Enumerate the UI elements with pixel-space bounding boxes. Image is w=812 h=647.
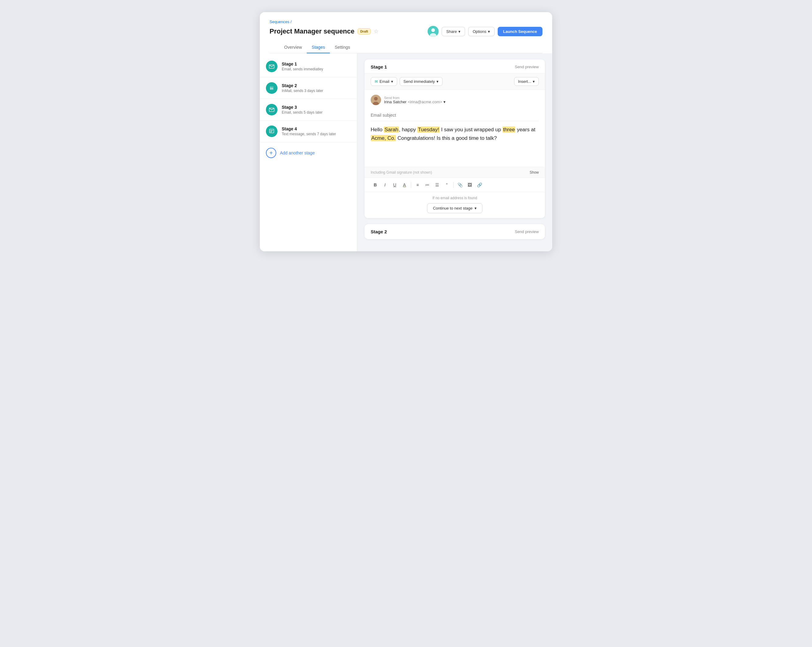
email-icon-stage3 (266, 104, 278, 116)
breadcrumb-link[interactable]: Sequences / (270, 20, 292, 24)
highlight-three: three (502, 127, 516, 133)
signature-label: Including Gmail signature (not shown) (371, 170, 432, 174)
chevron-down-icon: ▾ (533, 79, 535, 84)
sidebar-item-stage3[interactable]: Stage 3 Email, sends 5 days later (260, 99, 357, 121)
stage2-name: Stage 2 (282, 83, 323, 88)
avatar (427, 26, 439, 37)
add-stage-label: Add another stage (280, 151, 314, 156)
email-type-button[interactable]: ✉ Email ▾ (371, 77, 397, 86)
star-icon[interactable]: ☆ (374, 28, 379, 35)
stage3-desc: Email, sends 5 days later (282, 110, 322, 114)
title-left: Project Manager sequence Draft ☆ (270, 27, 379, 35)
email-form: Send from Irina Satcher <irina@acme.com>… (365, 90, 545, 167)
svg-text:in: in (270, 86, 273, 90)
stage2-send-preview[interactable]: Send preview (515, 229, 539, 234)
launch-sequence-button[interactable]: Launch Sequence (498, 27, 542, 36)
unordered-list-button[interactable]: ☰ (432, 180, 442, 189)
email-icon-small: ✉ (375, 79, 378, 84)
separator (411, 182, 411, 188)
send-from-row: Send from Irina Satcher <irina@acme.com>… (371, 95, 539, 105)
stage1-name: Stage 1 (282, 61, 323, 66)
quote-button[interactable]: " (442, 180, 451, 189)
ordered-list-button[interactable]: ≔ (423, 180, 432, 189)
tab-overview[interactable]: Overview (279, 42, 307, 53)
options-button[interactable]: Options ▾ (468, 27, 495, 36)
stage1-card: Stage 1 Send preview ✉ Email ▾ Send imme… (365, 60, 545, 218)
share-button[interactable]: Share ▾ (442, 27, 465, 36)
highlight-acme: Acme, Co. (371, 135, 396, 141)
send-from-label: Send from (384, 96, 446, 99)
chevron-down-icon[interactable]: ▾ (443, 99, 446, 104)
stage2-card: Stage 2 Send preview (365, 224, 545, 239)
stage1-toolbar: ✉ Email ▾ Send immediately ▾ Insert... ▾ (365, 73, 545, 90)
email-subject-input[interactable] (371, 113, 539, 117)
tabs: Overview Stages Settings (270, 42, 542, 53)
image-button[interactable]: 🖼 (465, 180, 474, 189)
stage1-desc: Email, sends immediatley (282, 67, 323, 71)
stage2-card-header: Stage 2 Send preview (365, 224, 545, 239)
main-card: Sequences / Project Manager sequence Dra… (260, 12, 552, 251)
content-area: Stage 1 Send preview ✉ Email ▾ Send imme… (357, 53, 552, 251)
attachment-button[interactable]: 📎 (455, 180, 464, 189)
sidebar-item-stage2[interactable]: in Stage 2 InMail, sends 3 days later (260, 77, 357, 99)
stage1-card-title: Stage 1 (371, 64, 387, 69)
chevron-down-icon: ▾ (458, 29, 461, 34)
stage2-card-title: Stage 2 (371, 229, 387, 234)
underline-button[interactable]: U (390, 180, 399, 189)
sender-avatar (371, 95, 381, 105)
send-preview-link[interactable]: Send preview (515, 64, 539, 69)
tab-settings[interactable]: Settings (330, 42, 355, 53)
send-timing-button[interactable]: Send immediately ▾ (400, 77, 443, 86)
title-right: Share ▾ Options ▾ Launch Sequence (427, 26, 542, 37)
svg-point-1 (431, 28, 435, 32)
tab-stages[interactable]: Stages (307, 42, 330, 53)
italic-button[interactable]: I (380, 180, 389, 189)
plus-icon: + (266, 148, 276, 158)
chevron-down-icon: ▾ (391, 79, 393, 84)
sender-name: Irina Satcher <irina@acme.com> ▾ (384, 99, 446, 104)
continue-to-next-stage-button[interactable]: Continue to next stage ▾ (427, 203, 482, 213)
chevron-down-icon: ▾ (437, 79, 439, 84)
sidebar: Stage 1 Email, sends immediatley in Stag… (260, 53, 357, 251)
link-button[interactable]: 🔗 (475, 180, 484, 189)
stage3-name: Stage 3 (282, 105, 322, 110)
draft-badge: Draft (357, 28, 371, 34)
format-toolbar: B I U A ≡ ≔ ☰ " 📎 🖼 🔗 (365, 178, 545, 192)
text-icon-stage4 (266, 125, 278, 137)
stage4-desc: Text message, sends 7 days later (282, 132, 336, 136)
bold-button[interactable]: B (371, 180, 380, 189)
no-email-text: If no email address is found (432, 196, 477, 200)
align-button[interactable]: ≡ (413, 180, 422, 189)
breadcrumb: Sequences / (270, 20, 542, 24)
separator2 (453, 182, 453, 188)
chevron-down-icon: ▾ (488, 29, 490, 34)
email-subject-row (371, 109, 539, 121)
highlight-sarah: Sarah (384, 127, 399, 133)
page-title: Project Manager sequence (270, 27, 354, 35)
chevron-down-icon: ▾ (475, 206, 477, 211)
insert-button[interactable]: Insert... ▾ (514, 77, 539, 86)
svg-point-12 (374, 97, 378, 101)
svg-rect-7 (270, 129, 274, 133)
no-email-bar: If no email address is found Continue to… (365, 192, 545, 218)
color-button[interactable]: A (400, 180, 409, 189)
body-layout: Stage 1 Email, sends immediatley in Stag… (260, 53, 552, 251)
show-signature-link[interactable]: Show (530, 170, 539, 174)
stage2-desc: InMail, sends 3 days later (282, 89, 323, 93)
email-body[interactable]: Hello Sarah, happy Tuesday! I saw you ju… (371, 125, 539, 162)
stage1-card-header: Stage 1 Send preview (365, 60, 545, 73)
linkedin-icon-stage2: in (266, 82, 278, 94)
add-another-stage-button[interactable]: + Add another stage (260, 142, 357, 163)
email-icon-stage1 (266, 61, 278, 72)
sidebar-item-stage1[interactable]: Stage 1 Email, sends immediatley (260, 56, 357, 77)
title-row: Project Manager sequence Draft ☆ Share ▾ (270, 26, 542, 37)
sidebar-item-stage4[interactable]: Stage 4 Text message, sends 7 days later (260, 121, 357, 142)
signature-bar: Including Gmail signature (not shown) Sh… (365, 167, 545, 178)
header: Sequences / Project Manager sequence Dra… (260, 12, 552, 53)
send-from-info: Send from Irina Satcher <irina@acme.com>… (384, 96, 446, 104)
stage4-name: Stage 4 (282, 127, 336, 131)
highlight-tuesday: Tuesday! (417, 127, 440, 133)
